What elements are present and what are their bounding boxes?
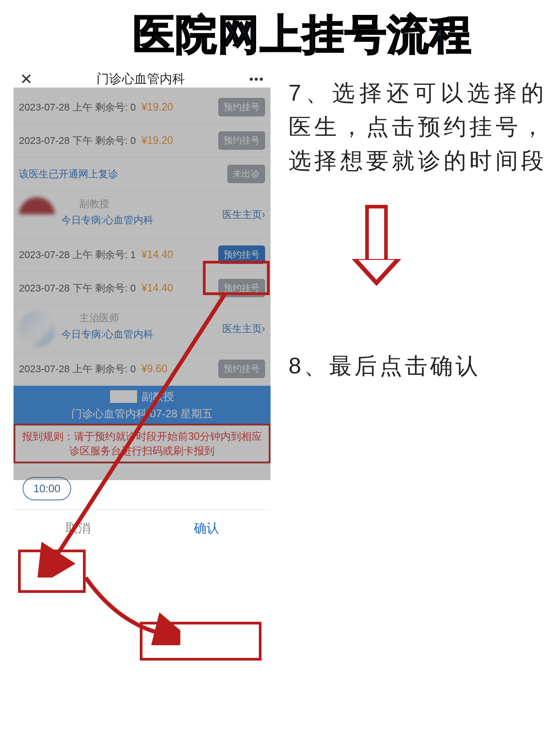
page-title: 医院网上挂号流程 <box>0 0 560 67</box>
chevron-right-icon: › <box>262 209 265 220</box>
phone-screenshot: ✕ 门诊心血管内科 ••• 2023-07-28 上午 剩余号: 0 ¥19.2… <box>14 67 271 547</box>
chevron-right-icon: › <box>262 323 265 334</box>
checkin-rule: 报到规则：请于预约就诊时段开始前30分钟内到相应诊区服务台进行扫码或刷卡报到 <box>14 424 271 463</box>
doctor-homepage-link[interactable]: 医生主页› <box>222 208 265 222</box>
unavailable-button: 未出诊 <box>227 165 265 183</box>
book-button[interactable]: 预约挂号 <box>218 360 265 378</box>
book-button[interactable]: 预约挂号 <box>218 98 265 116</box>
step-7-text: 7、选择还可以选择的医生，点击预约挂号，选择想要就诊的时间段 <box>289 76 546 178</box>
book-button[interactable]: 预约挂号 <box>218 279 265 297</box>
bottom-sheet: 副教授 门诊心血管内科 07-28 星期五 报到规则：请于预约就诊时段开始前30… <box>14 386 271 463</box>
app-header: ✕ 门诊心血管内科 ••• <box>14 67 271 91</box>
time-slot-pill[interactable]: 10:00 <box>23 477 71 500</box>
avatar <box>19 197 55 233</box>
slot-row: 2023-07-28 上午 剩余号: 0 ¥9.60 预约挂号 <box>14 352 271 386</box>
step-8-text: 8、最后点击确认 <box>289 349 546 383</box>
slot-row: 2023-07-28 上午 剩余号: 1 ¥14.40 预约挂号 <box>14 238 271 272</box>
followup-notice: 该医生已开通网上复诊 未出诊 <box>14 157 271 191</box>
book-button[interactable]: 预约挂号 <box>218 131 265 150</box>
redacted-name <box>110 390 137 403</box>
slot-row: 2023-07-28 下午 剩余号: 0 ¥14.40 预约挂号 <box>14 272 271 305</box>
doctor-card: 主治医师 今日专病:心血管内科 医生主页› <box>14 305 271 352</box>
highlight-time-pill <box>18 550 86 593</box>
book-button-active[interactable]: 预约挂号 <box>218 245 265 264</box>
highlight-confirm-button <box>140 622 262 661</box>
confirm-button[interactable]: 确认 <box>142 510 271 547</box>
arrow-down-icon <box>352 205 401 286</box>
slot-row: 2023-07-28 下午 剩余号: 0 ¥19.20 预约挂号 <box>14 124 271 157</box>
slot-row: 2023-07-28 上午 剩余号: 0 ¥19.20 预约挂号 <box>14 91 271 124</box>
header-title: 门诊心血管内科 <box>96 70 185 88</box>
cancel-button[interactable]: 取消 <box>14 510 142 547</box>
annotation-arrow-2 <box>81 569 180 645</box>
sheet-dept-line: 门诊心血管内科 07-28 星期五 <box>14 407 271 421</box>
avatar <box>19 311 55 347</box>
instructions-panel: 7、选择还可以选择的医生，点击预约挂号，选择想要就诊的时间段 8、最后点击确认 <box>271 67 560 383</box>
doctor-card: 副教授 今日专病:心血管内科 医生主页› <box>14 191 271 238</box>
time-slot-area: 10:00 <box>14 463 271 509</box>
doctor-homepage-link[interactable]: 医生主页› <box>222 322 265 336</box>
action-row: 取消 确认 <box>14 509 271 547</box>
more-icon[interactable]: ••• <box>249 72 264 86</box>
close-icon[interactable]: ✕ <box>20 70 32 88</box>
sheet-doctor-title: 副教授 <box>142 389 174 404</box>
